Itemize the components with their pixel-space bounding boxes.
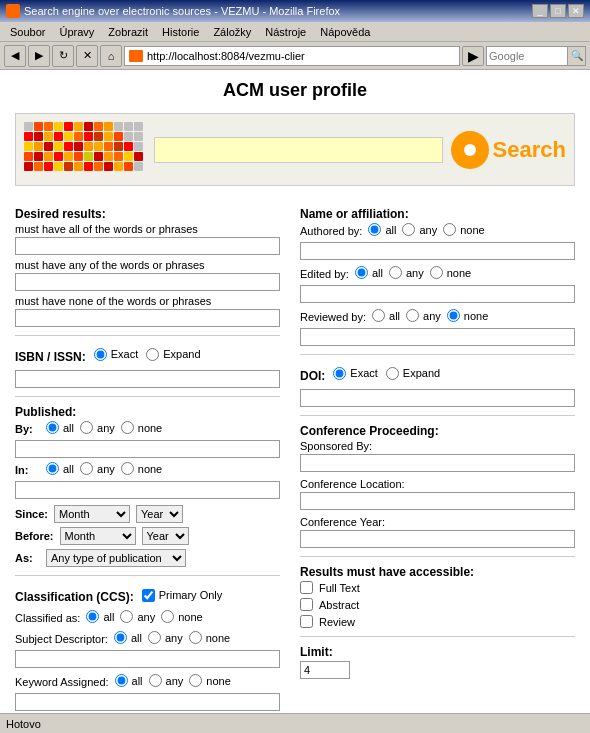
since-year-select[interactable]: Year202420232022 [136, 505, 183, 523]
before-month-select[interactable]: Month JanuaryFebruaryMarch AprilMayJune … [60, 527, 136, 545]
by-all-label[interactable]: all [46, 421, 74, 434]
keyword-none-radio[interactable] [189, 674, 202, 687]
keyword-any-radio[interactable] [149, 674, 162, 687]
doi-exact-radio[interactable] [333, 367, 346, 380]
authored-none-radio[interactable] [443, 223, 456, 236]
doi-expand-radio[interactable] [386, 367, 399, 380]
keyword-none-label[interactable]: none [189, 674, 230, 687]
doi-exact-label[interactable]: Exact [333, 367, 378, 380]
edited-all-label[interactable]: all [355, 266, 383, 279]
limit-input[interactable] [300, 661, 350, 679]
publication-type-select[interactable]: Any type of publication Journal Conferen… [46, 549, 186, 567]
by-all-radio[interactable] [46, 421, 59, 434]
keyword-input[interactable] [15, 693, 280, 711]
authored-all-radio[interactable] [368, 223, 381, 236]
in-none-radio[interactable] [121, 462, 134, 475]
menu-upravy[interactable]: Úpravy [53, 24, 100, 40]
in-all-label[interactable]: all [46, 462, 74, 475]
reviewed-all-label[interactable]: all [372, 309, 400, 322]
edited-by-input[interactable] [300, 285, 575, 303]
sponsored-by-input[interactable] [300, 454, 575, 472]
classified-none-radio[interactable] [161, 610, 174, 623]
search-button-big[interactable] [451, 131, 489, 169]
in-any-radio[interactable] [80, 462, 93, 475]
menu-nastroje[interactable]: Nástroje [259, 24, 312, 40]
forward-button[interactable]: ▶ [28, 45, 50, 67]
in-all-radio[interactable] [46, 462, 59, 475]
authored-all-label[interactable]: all [368, 223, 396, 236]
abstract-checkbox[interactable] [300, 598, 313, 611]
reload-button[interactable]: ↻ [52, 45, 74, 67]
minimize-button[interactable]: _ [532, 4, 548, 18]
edited-none-label[interactable]: none [430, 266, 471, 279]
all-words-input[interactable] [15, 237, 280, 255]
edited-any-label[interactable]: any [389, 266, 424, 279]
google-search-button[interactable]: 🔍 [567, 47, 585, 65]
by-any-label[interactable]: any [80, 421, 115, 434]
subject-input[interactable] [15, 650, 280, 668]
edited-none-radio[interactable] [430, 266, 443, 279]
subject-none-label[interactable]: none [189, 631, 230, 644]
before-year-select[interactable]: Year202420232022 [142, 527, 189, 545]
none-words-input[interactable] [15, 309, 280, 327]
keyword-all-radio[interactable] [115, 674, 128, 687]
isbn-expand-label[interactable]: Expand [146, 348, 200, 361]
subject-all-radio[interactable] [114, 631, 127, 644]
published-in-input[interactable] [15, 481, 280, 499]
reviewed-any-label[interactable]: any [406, 309, 441, 322]
menu-zobrazit[interactable]: Zobrazit [102, 24, 154, 40]
subject-any-label[interactable]: any [148, 631, 183, 644]
stop-button[interactable]: ✕ [76, 45, 98, 67]
authored-any-label[interactable]: any [402, 223, 437, 236]
subject-none-radio[interactable] [189, 631, 202, 644]
primary-only-checkbox[interactable] [142, 589, 155, 602]
isbn-input[interactable] [15, 370, 280, 388]
any-words-input[interactable] [15, 273, 280, 291]
primary-only-label[interactable]: Primary Only [142, 589, 223, 602]
edited-all-radio[interactable] [355, 266, 368, 279]
conference-location-input[interactable] [300, 492, 575, 510]
authored-any-radio[interactable] [402, 223, 415, 236]
subject-all-label[interactable]: all [114, 631, 142, 644]
classified-all-radio[interactable] [86, 610, 99, 623]
isbn-expand-radio[interactable] [146, 348, 159, 361]
address-bar[interactable]: http://localhost:8084/vezmu-clier [124, 46, 460, 66]
in-none-label[interactable]: none [121, 462, 162, 475]
by-none-label[interactable]: none [121, 421, 162, 434]
classified-any-radio[interactable] [120, 610, 133, 623]
classified-any-label[interactable]: any [120, 610, 155, 623]
home-button[interactable]: ⌂ [100, 45, 122, 67]
authored-by-input[interactable] [300, 242, 575, 260]
classified-none-label[interactable]: none [161, 610, 202, 623]
classified-all-label[interactable]: all [86, 610, 114, 623]
keyword-all-label[interactable]: all [115, 674, 143, 687]
by-any-radio[interactable] [80, 421, 93, 434]
doi-input[interactable] [300, 389, 575, 407]
back-button[interactable]: ◀ [4, 45, 26, 67]
main-search-input[interactable] [154, 137, 443, 163]
full-text-checkbox[interactable] [300, 581, 313, 594]
subject-any-radio[interactable] [148, 631, 161, 644]
doi-expand-label[interactable]: Expand [386, 367, 440, 380]
menu-soubor[interactable]: Soubor [4, 24, 51, 40]
reviewed-any-radio[interactable] [406, 309, 419, 322]
by-none-radio[interactable] [121, 421, 134, 434]
isbn-exact-label[interactable]: Exact [94, 348, 139, 361]
google-input[interactable] [487, 47, 567, 65]
menu-napoveda[interactable]: Nápověda [314, 24, 376, 40]
in-any-label[interactable]: any [80, 462, 115, 475]
published-by-input[interactable] [15, 440, 280, 458]
since-month-select[interactable]: Month JanuaryFebruaryMarch AprilMayJune … [54, 505, 130, 523]
conference-year-input[interactable] [300, 530, 575, 548]
reviewed-all-radio[interactable] [372, 309, 385, 322]
review-checkbox[interactable] [300, 615, 313, 628]
go-button[interactable]: ▶ [462, 46, 484, 66]
window-controls[interactable]: _ □ ✕ [532, 4, 584, 18]
reviewed-none-radio[interactable] [447, 309, 460, 322]
menu-historie[interactable]: Historie [156, 24, 205, 40]
keyword-any-label[interactable]: any [149, 674, 184, 687]
menu-zalozky[interactable]: Záložky [207, 24, 257, 40]
reviewed-by-input[interactable] [300, 328, 575, 346]
authored-none-label[interactable]: none [443, 223, 484, 236]
maximize-button[interactable]: □ [550, 4, 566, 18]
